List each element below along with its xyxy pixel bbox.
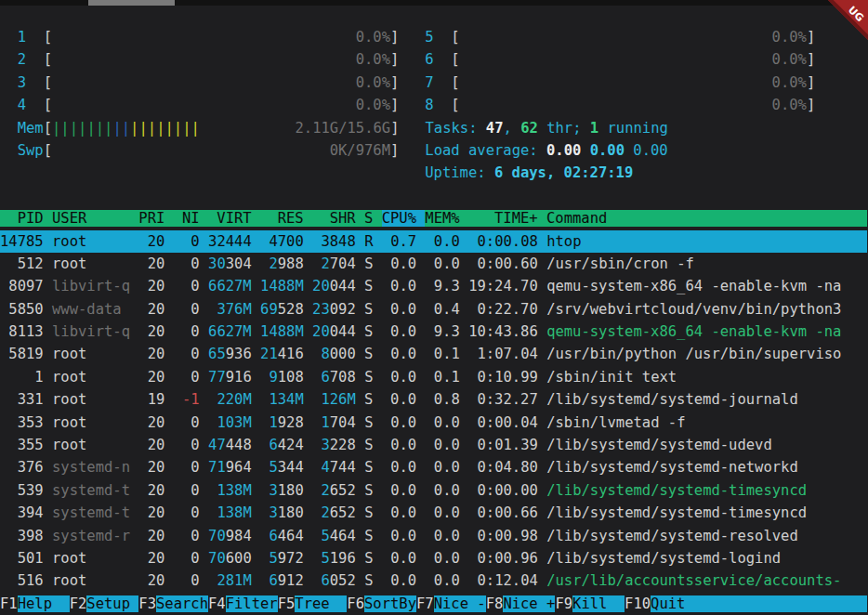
column-header-shr[interactable]: SHR [312,210,364,227]
fkey-f4-filter[interactable]: F4Filter [208,595,278,612]
process-row-376[interactable]: 376 systemd-n 20 0 71964 5344 4744 S 0.0… [0,456,867,478]
column-header-mem[interactable]: MEM% [425,210,468,227]
fkey-f2-setup[interactable]: F2Setup [70,595,139,612]
column-header-ni[interactable]: NI [174,210,208,227]
cell-time: 1:07.04 [468,346,538,362]
f2-action-label: Setup [86,595,138,612]
cell-shr: 8 [321,346,329,362]
memory-meter-and-tasks-row: Mem[||||||||||||||||| 2.11G/15.6G] Tasks… [0,117,867,139]
cell-ni: 0 [174,323,200,340]
process-table-header: PID USER PRI NI VIRT RES SHR S CPU% MEM%… [0,207,867,229]
cpu-meter-4-label: 4 [18,97,26,113]
process-row-8097[interactable]: 8097 libvirt-q 20 0 6627M 1488M 20044 S … [0,275,867,297]
cell-res: 5 [269,550,277,567]
cell-mem-percent: 0.8 [425,391,459,408]
cell-pid: 376 [0,459,44,476]
memory-meter-label: Mem [18,120,44,137]
cell-ni: 0 [174,301,200,318]
cell-cpu-percent: 0.0 [382,301,416,318]
cell-cpu-percent: 0.0 [382,369,416,386]
fkey-f10-quit[interactable]: F10Quit [625,595,867,612]
column-header-command[interactable]: Command [546,210,867,227]
column-header-pid[interactable]: PID [0,210,52,227]
fkey-f1-help[interactable]: F1Help [0,595,70,612]
uptime-row: Uptime: 6 days, 02:27:19 [0,162,867,184]
cell-user: root [52,346,130,362]
cell-virt: 30 [208,255,226,272]
fkey-f8-nice[interactable]: F8Nice + [486,595,556,612]
cell-pid: 394 [0,504,44,521]
column-header-time[interactable]: TIME+ [468,210,546,227]
f10-key-label: F10 [625,595,651,612]
column-header-virt[interactable]: VIRT [208,210,260,227]
cell-time: 19:24.70 [468,278,538,294]
cell-pid: 539 [0,482,44,499]
f10-action-label: Quit [651,595,867,612]
process-row-512[interactable]: 512 root 20 0 30304 2988 2704 S 0.0 0.0 … [0,253,867,275]
cell-user: systemd-r [52,528,130,544]
column-header-cpu[interactable]: CPU% [382,210,426,227]
fkey-f6-sortby[interactable]: F6SortBy [347,595,416,612]
cell-ni: 0 [174,550,200,567]
function-key-bar: F1Help F2Setup F3SearchF4FilterF5Tree F6… [0,593,867,615]
column-header-pri[interactable]: PRI [138,210,173,227]
cell-res: 21 [260,346,278,362]
cell-pri: 20 [138,301,164,318]
process-row-501[interactable]: 501 root 20 0 70600 5972 5196 S 0.0 0.0 … [0,547,867,569]
process-row-14785[interactable]: 14785 root 20 0 32444 4700 3848 R 0.7 0.… [0,230,867,253]
f8-action-label: Nice + [503,595,555,612]
column-header-user[interactable]: USER [52,210,138,227]
cell-pri: 20 [138,459,164,476]
cell-shr: 6 [321,572,329,589]
process-row-516[interactable]: 516 root 20 0 281M 6912 6052 S 0.0 0.0 0… [0,569,867,592]
cell-ni: -1 [174,391,200,408]
cell-time: 0:01.39 [468,437,538,453]
process-row-355[interactable]: 355 root 20 0 47448 6424 3228 S 0.0 0.0 … [0,434,867,456]
cell-pri: 20 [138,528,164,544]
f4-key-label: F4 [208,595,226,612]
process-row-5850[interactable]: 5850 www-data 20 0 376M 69528 23092 S 0.… [0,298,867,321]
cell-virt: 103M [217,414,251,431]
cell-pri: 20 [138,323,164,340]
cell-ni: 0 [174,414,200,431]
process-row-398[interactable]: 398 systemd-r 20 0 70984 6464 5464 S 0.0… [0,525,867,547]
fkey-f5-tree[interactable]: F5Tree [278,595,348,612]
cell-cpu-percent: 0.7 [382,233,416,250]
cell-mem-percent: 0.0 [425,233,459,250]
cell-virt: 70 [208,550,226,567]
cpu-meter-1-value: 0.0% [356,29,390,46]
cell-ni: 0 [174,528,200,544]
fkey-f3-search[interactable]: F3Search [138,595,208,612]
process-row-8113[interactable]: 8113 libvirt-q 20 0 6627M 1488M 20044 S … [0,321,867,343]
cell-ni: 0 [174,369,200,386]
column-header-s[interactable]: S [364,210,382,227]
cell-virt: 32 [208,233,226,250]
process-row-394[interactable]: 394 systemd-t 20 0 138M 3180 2652 S 0.0 … [0,502,867,524]
process-row-353[interactable]: 353 root 20 0 103M 1928 1704 S 0.0 0.0 0… [0,412,867,434]
fkey-f7-nice[interactable]: F7Nice - [416,595,486,612]
cpu-meter-3-value: 0.0% [356,74,390,91]
process-row-331[interactable]: 331 root 19 -1 220M 134M 126M S 0.0 0.8 … [0,388,867,411]
column-header-res[interactable]: RES [260,210,312,227]
cell-command: /sbin/lvmetad -f [546,414,867,431]
memory-cache-pipe: | [148,120,156,137]
cell-shr: 20 [312,278,330,294]
window-tab-indicator[interactable] [88,0,175,6]
process-row-5819[interactable]: 5819 root 20 0 65936 21416 8000 S 0.0 0.… [0,343,867,365]
cell-shr: 2 [321,255,329,272]
cell-pid: 512 [0,255,44,272]
cell-ni: 0 [174,278,200,294]
process-row-539[interactable]: 539 systemd-t 20 0 138M 3180 2652 S 0.0 … [0,479,867,502]
process-row-1[interactable]: 1 root 20 0 77916 9108 6708 S 0.0 0.1 0:… [0,366,867,388]
cell-pri: 20 [138,369,164,386]
cell-cpu-percent: 0.0 [382,278,416,294]
memory-used-pipe: | [86,120,95,137]
cell-pid: 8097 [0,278,44,294]
fkey-f9-kill[interactable]: F9Kill [555,595,625,612]
cell-pid: 331 [0,391,44,408]
cell-shr: 23 [312,301,330,318]
cell-user: root [52,572,130,589]
cpu-meter-8-label: 8 [425,97,433,113]
debug-ribbon-text: UG [846,4,866,24]
cell-cpu-percent: 0.0 [382,255,416,272]
